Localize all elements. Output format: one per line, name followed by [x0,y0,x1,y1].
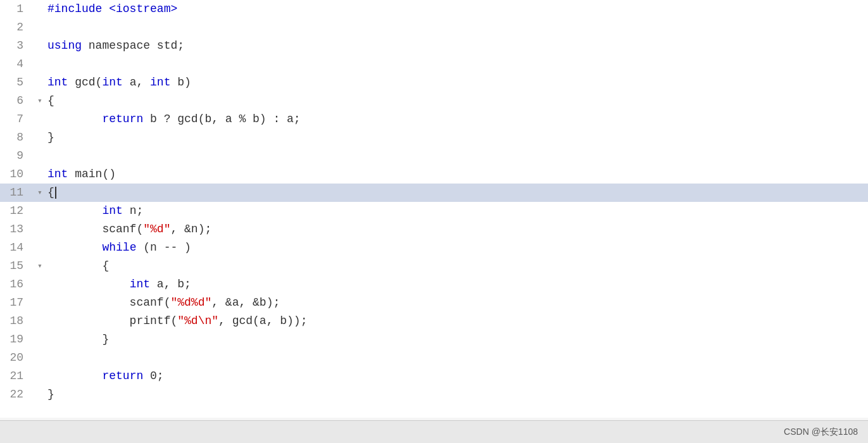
code-token: } [47,388,54,401]
fold-indicator [35,330,45,349]
code-line: int gcd(int a, int b) [45,73,868,92]
code-token: } [47,131,54,144]
code-token: b ? gcd(b, a % b) : a; [143,113,300,125]
line-number: 4 [0,55,35,73]
fold-indicator [35,220,45,239]
line-number: 11 [0,184,35,202]
fold-indicator [35,294,45,312]
code-line: using namespace std; [45,37,868,55]
code-line: int a, b; [45,275,868,294]
code-token: a, b; [150,278,191,290]
code-token: #include <iostream> [47,3,177,15]
fold-indicator [35,55,45,73]
table-row: 4 [0,55,868,73]
table-row: 22 } [0,385,868,404]
fold-indicator [35,367,45,385]
line-number: 5 [0,73,35,92]
table-row: 14 while (n -- ) [0,239,868,257]
code-token: scanf( [47,223,143,235]
code-line: return b ? gcd(b, a % b) : a; [45,110,868,128]
line-number: 20 [0,349,35,367]
code-token [47,370,102,382]
table-row: 7 return b ? gcd(b, a % b) : a; [0,110,868,128]
fold-indicator[interactable]: ▾ [35,92,45,110]
code-token: namespace std; [82,39,184,52]
code-line: } [45,128,868,147]
code-line: scanf("%d", &n); [45,220,868,239]
code-token: "%d" [143,223,170,235]
table-row: 1 #include <iostream> [0,0,868,18]
line-number: 15 [0,257,35,275]
code-token: { [47,94,54,107]
fold-indicator[interactable]: ▾ [35,184,45,202]
table-row: 11 ▾ { [0,184,868,202]
line-number: 10 [0,165,35,184]
line-number: 7 [0,110,35,128]
fold-indicator [35,349,45,367]
code-token: { [47,186,54,199]
fold-indicator [35,165,45,184]
table-row: 21 return 0; [0,367,868,385]
fold-indicator [35,110,45,128]
fold-indicator [35,202,45,220]
fold-indicator [35,37,45,55]
table-row: 6 ▾ { [0,92,868,110]
table-row: 19 } [0,330,868,349]
code-line: #include <iostream> [45,0,868,18]
code-token: gcd( [68,76,102,89]
line-number: 8 [0,128,35,147]
line-number: 19 [0,330,35,349]
code-table: 1 #include <iostream> 2 3 using namespac… [0,0,868,404]
table-row: 15 ▾ { [0,257,868,275]
fold-indicator [35,73,45,92]
table-row: 9 [0,147,868,165]
code-line [45,55,868,73]
line-number: 13 [0,220,35,239]
code-line [45,18,868,37]
footer-credit: CSDN @长安1108 [784,427,858,438]
code-line: { [45,92,868,110]
line-number: 1 [0,0,35,18]
line-number: 18 [0,312,35,330]
code-token: return [102,370,143,382]
table-row: 18 printf("%d\n", gcd(a, b)); [0,312,868,330]
fold-indicator[interactable]: ▾ [35,257,45,275]
code-token: scanf( [47,296,170,309]
code-token [47,278,130,290]
code-token [47,241,102,254]
table-row: 5 int gcd(int a, int b) [0,73,868,92]
code-token: b) [170,76,191,89]
table-row: 12 int n; [0,202,868,220]
code-line: return 0; [45,367,868,385]
code-token: (n -- ) [136,241,191,254]
code-line: } [45,330,868,349]
line-number: 14 [0,239,35,257]
code-token: 0; [143,370,163,382]
code-token: main() [68,168,116,180]
line-number: 12 [0,202,35,220]
fold-indicator [35,128,45,147]
code-line: scanf("%d%d", &a, &b); [45,294,868,312]
line-number: 17 [0,294,35,312]
fold-indicator [35,18,45,37]
code-line [45,147,868,165]
code-token: "%d%d" [170,296,211,309]
code-line: } [45,385,868,404]
fold-indicator [35,275,45,294]
code-token: a, [123,76,150,89]
text-cursor [55,187,56,199]
code-token: int [102,204,122,217]
code-token: int [130,278,150,290]
code-token: n; [123,204,143,217]
line-number: 3 [0,37,35,55]
code-token: return [102,113,143,125]
code-token: , &n); [170,223,211,235]
line-number: 22 [0,385,35,404]
code-token [47,204,102,217]
fold-indicator [35,239,45,257]
code-token: "%d\n" [177,315,218,327]
line-number: 6 [0,92,35,110]
line-number: 2 [0,18,35,37]
code-token: , gcd(a, b)); [218,315,307,327]
table-row: 16 int a, b; [0,275,868,294]
